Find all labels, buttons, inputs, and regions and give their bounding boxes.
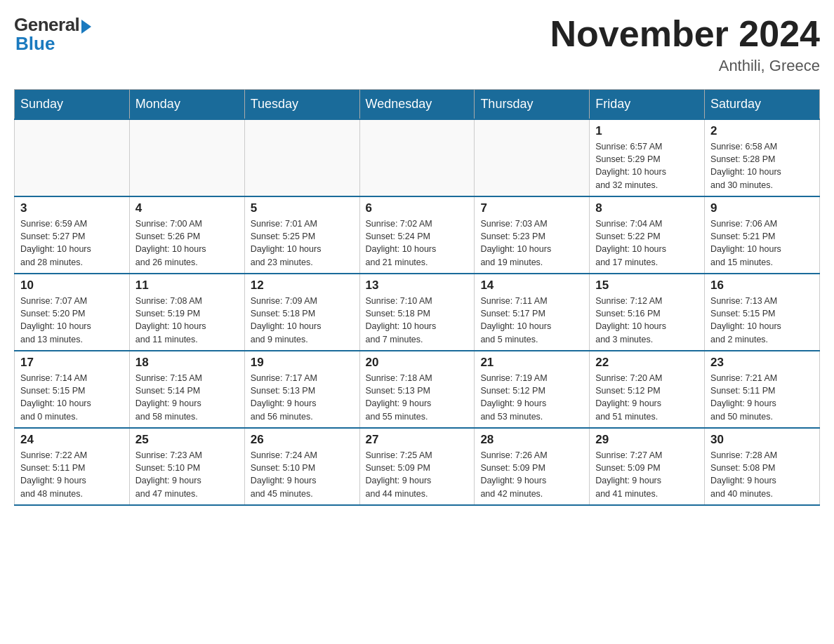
- day-number: 17: [20, 356, 124, 370]
- calendar-header-tuesday: Tuesday: [244, 90, 359, 120]
- day-info: Sunrise: 7:14 AM Sunset: 5:15 PM Dayligh…: [20, 372, 124, 423]
- calendar-cell: 24Sunrise: 7:22 AM Sunset: 5:11 PM Dayli…: [15, 428, 130, 505]
- calendar-title: November 2024: [550, 14, 820, 54]
- day-number: 24: [20, 433, 124, 447]
- day-info: Sunrise: 7:21 AM Sunset: 5:11 PM Dayligh…: [710, 372, 814, 423]
- day-number: 4: [135, 201, 239, 215]
- calendar-header-thursday: Thursday: [475, 90, 590, 120]
- day-info: Sunrise: 7:19 AM Sunset: 5:12 PM Dayligh…: [480, 372, 583, 423]
- calendar-cell: 6Sunrise: 7:02 AM Sunset: 5:24 PM Daylig…: [359, 196, 475, 274]
- day-info: Sunrise: 6:57 AM Sunset: 5:29 PM Dayligh…: [595, 140, 699, 192]
- day-info: Sunrise: 7:26 AM Sunset: 5:09 PM Dayligh…: [480, 449, 583, 500]
- calendar-cell: 8Sunrise: 7:04 AM Sunset: 5:22 PM Daylig…: [590, 196, 705, 274]
- calendar-week-row-3: 10Sunrise: 7:07 AM Sunset: 5:20 PM Dayli…: [15, 274, 820, 351]
- day-info: Sunrise: 6:59 AM Sunset: 5:27 PM Dayligh…: [20, 217, 124, 269]
- day-info: Sunrise: 7:08 AM Sunset: 5:19 PM Dayligh…: [135, 295, 239, 346]
- day-info: Sunrise: 7:15 AM Sunset: 5:14 PM Dayligh…: [135, 372, 239, 423]
- day-number: 18: [135, 356, 239, 370]
- calendar-table: SundayMondayTuesdayWednesdayThursdayFrid…: [14, 89, 820, 506]
- day-info: Sunrise: 7:01 AM Sunset: 5:25 PM Dayligh…: [251, 217, 354, 269]
- calendar-week-row-5: 24Sunrise: 7:22 AM Sunset: 5:11 PM Dayli…: [15, 428, 820, 505]
- day-number: 11: [135, 279, 239, 293]
- calendar-cell: 18Sunrise: 7:15 AM Sunset: 5:14 PM Dayli…: [129, 351, 244, 428]
- calendar-cell: 27Sunrise: 7:25 AM Sunset: 5:09 PM Dayli…: [359, 428, 475, 505]
- day-number: 12: [251, 279, 354, 293]
- calendar-cell: [244, 119, 359, 196]
- calendar-cell: 2Sunrise: 6:58 AM Sunset: 5:28 PM Daylig…: [705, 119, 820, 196]
- day-number: 3: [20, 201, 124, 215]
- calendar-cell: [129, 119, 244, 196]
- calendar-cell: 28Sunrise: 7:26 AM Sunset: 5:09 PM Dayli…: [475, 428, 590, 505]
- day-number: 25: [135, 433, 239, 447]
- calendar-week-row-1: 1Sunrise: 6:57 AM Sunset: 5:29 PM Daylig…: [15, 119, 820, 196]
- calendar-cell: 14Sunrise: 7:11 AM Sunset: 5:17 PM Dayli…: [475, 274, 590, 351]
- calendar-cell: 22Sunrise: 7:20 AM Sunset: 5:12 PM Dayli…: [590, 351, 705, 428]
- calendar-header-row: SundayMondayTuesdayWednesdayThursdayFrid…: [15, 90, 820, 120]
- calendar-cell: 25Sunrise: 7:23 AM Sunset: 5:10 PM Dayli…: [129, 428, 244, 505]
- calendar-cell: 10Sunrise: 7:07 AM Sunset: 5:20 PM Dayli…: [15, 274, 130, 351]
- day-info: Sunrise: 7:03 AM Sunset: 5:23 PM Dayligh…: [480, 217, 583, 269]
- logo-blue-text: Blue: [15, 33, 55, 55]
- day-number: 28: [480, 433, 583, 447]
- logo: General Blue: [14, 14, 91, 55]
- day-info: Sunrise: 7:11 AM Sunset: 5:17 PM Dayligh…: [480, 295, 583, 346]
- calendar-cell: 1Sunrise: 6:57 AM Sunset: 5:29 PM Daylig…: [590, 119, 705, 196]
- calendar-header-friday: Friday: [590, 90, 705, 120]
- day-number: 15: [595, 279, 699, 293]
- calendar-cell: 19Sunrise: 7:17 AM Sunset: 5:13 PM Dayli…: [244, 351, 359, 428]
- calendar-cell: [359, 119, 475, 196]
- day-number: 9: [710, 201, 814, 215]
- day-info: Sunrise: 6:58 AM Sunset: 5:28 PM Dayligh…: [710, 140, 814, 192]
- calendar-cell: 16Sunrise: 7:13 AM Sunset: 5:15 PM Dayli…: [705, 274, 820, 351]
- day-number: 5: [251, 201, 354, 215]
- day-info: Sunrise: 7:06 AM Sunset: 5:21 PM Dayligh…: [710, 217, 814, 269]
- calendar-cell: 5Sunrise: 7:01 AM Sunset: 5:25 PM Daylig…: [244, 196, 359, 274]
- calendar-header-saturday: Saturday: [705, 90, 820, 120]
- calendar-subtitle: Anthili, Greece: [550, 57, 820, 75]
- day-number: 27: [366, 433, 469, 447]
- day-number: 20: [366, 356, 469, 370]
- day-number: 16: [710, 279, 814, 293]
- day-number: 29: [595, 433, 699, 447]
- day-info: Sunrise: 7:10 AM Sunset: 5:18 PM Dayligh…: [366, 295, 469, 346]
- calendar-cell: 23Sunrise: 7:21 AM Sunset: 5:11 PM Dayli…: [705, 351, 820, 428]
- calendar-cell: 13Sunrise: 7:10 AM Sunset: 5:18 PM Dayli…: [359, 274, 475, 351]
- logo-arrow-icon: [81, 20, 91, 34]
- calendar-header-monday: Monday: [129, 90, 244, 120]
- calendar-cell: 21Sunrise: 7:19 AM Sunset: 5:12 PM Dayli…: [475, 351, 590, 428]
- calendar-week-row-2: 3Sunrise: 6:59 AM Sunset: 5:27 PM Daylig…: [15, 196, 820, 274]
- day-info: Sunrise: 7:12 AM Sunset: 5:16 PM Dayligh…: [595, 295, 699, 346]
- day-info: Sunrise: 7:00 AM Sunset: 5:26 PM Dayligh…: [135, 217, 239, 269]
- day-number: 6: [366, 201, 469, 215]
- day-info: Sunrise: 7:20 AM Sunset: 5:12 PM Dayligh…: [595, 372, 699, 423]
- day-info: Sunrise: 7:28 AM Sunset: 5:08 PM Dayligh…: [710, 449, 814, 500]
- day-number: 22: [595, 356, 699, 370]
- calendar-cell: 30Sunrise: 7:28 AM Sunset: 5:08 PM Dayli…: [705, 428, 820, 505]
- day-info: Sunrise: 7:07 AM Sunset: 5:20 PM Dayligh…: [20, 295, 124, 346]
- day-info: Sunrise: 7:23 AM Sunset: 5:10 PM Dayligh…: [135, 449, 239, 500]
- day-number: 13: [366, 279, 469, 293]
- day-number: 10: [20, 279, 124, 293]
- day-info: Sunrise: 7:17 AM Sunset: 5:13 PM Dayligh…: [251, 372, 354, 423]
- calendar-cell: 11Sunrise: 7:08 AM Sunset: 5:19 PM Dayli…: [129, 274, 244, 351]
- day-number: 21: [480, 356, 583, 370]
- calendar-header-wednesday: Wednesday: [359, 90, 475, 120]
- day-info: Sunrise: 7:09 AM Sunset: 5:18 PM Dayligh…: [251, 295, 354, 346]
- day-number: 7: [480, 201, 583, 215]
- day-info: Sunrise: 7:25 AM Sunset: 5:09 PM Dayligh…: [366, 449, 469, 500]
- day-info: Sunrise: 7:27 AM Sunset: 5:09 PM Dayligh…: [595, 449, 699, 500]
- calendar-cell: 7Sunrise: 7:03 AM Sunset: 5:23 PM Daylig…: [475, 196, 590, 274]
- calendar-cell: 4Sunrise: 7:00 AM Sunset: 5:26 PM Daylig…: [129, 196, 244, 274]
- day-info: Sunrise: 7:04 AM Sunset: 5:22 PM Dayligh…: [595, 217, 699, 269]
- calendar-header-sunday: Sunday: [15, 90, 130, 120]
- calendar-cell: [15, 119, 130, 196]
- day-number: 23: [710, 356, 814, 370]
- title-area: November 2024 Anthili, Greece: [550, 14, 820, 75]
- day-info: Sunrise: 7:22 AM Sunset: 5:11 PM Dayligh…: [20, 449, 124, 500]
- day-number: 30: [710, 433, 814, 447]
- calendar-cell: 26Sunrise: 7:24 AM Sunset: 5:10 PM Dayli…: [244, 428, 359, 505]
- calendar-cell: 17Sunrise: 7:14 AM Sunset: 5:15 PM Dayli…: [15, 351, 130, 428]
- calendar-cell: 9Sunrise: 7:06 AM Sunset: 5:21 PM Daylig…: [705, 196, 820, 274]
- header: General Blue November 2024 Anthili, Gree…: [14, 14, 820, 75]
- day-info: Sunrise: 7:13 AM Sunset: 5:15 PM Dayligh…: [710, 295, 814, 346]
